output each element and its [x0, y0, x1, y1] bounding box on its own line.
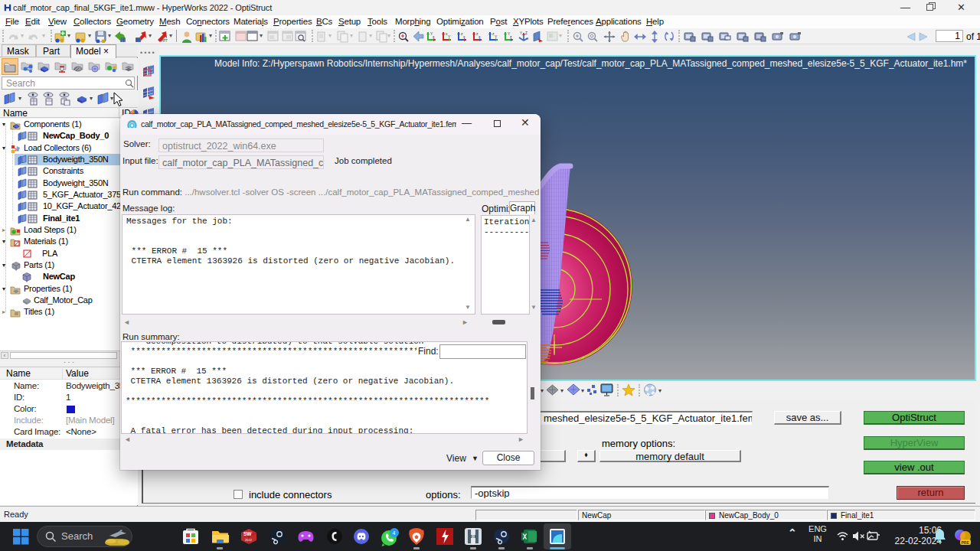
svg-text:PPT: PPT	[161, 39, 168, 43]
svg-text:Y: Y	[495, 34, 498, 39]
svg-text:x: x	[433, 34, 435, 39]
svg-text:Y: Y	[448, 34, 451, 39]
svg-text:2022: 2022	[245, 538, 253, 542]
svg-text:x: x	[479, 34, 481, 39]
svg-text:x: x	[463, 34, 466, 39]
svg-text:Z: Z	[525, 31, 528, 35]
svg-text:Y: Y	[520, 31, 522, 35]
svg-text:SW: SW	[243, 531, 252, 536]
svg-text:PRE: PRE	[962, 540, 970, 545]
svg-text:x: x	[527, 37, 529, 41]
svg-text:z: z	[510, 34, 512, 39]
svg-text:4: 4	[393, 530, 396, 536]
